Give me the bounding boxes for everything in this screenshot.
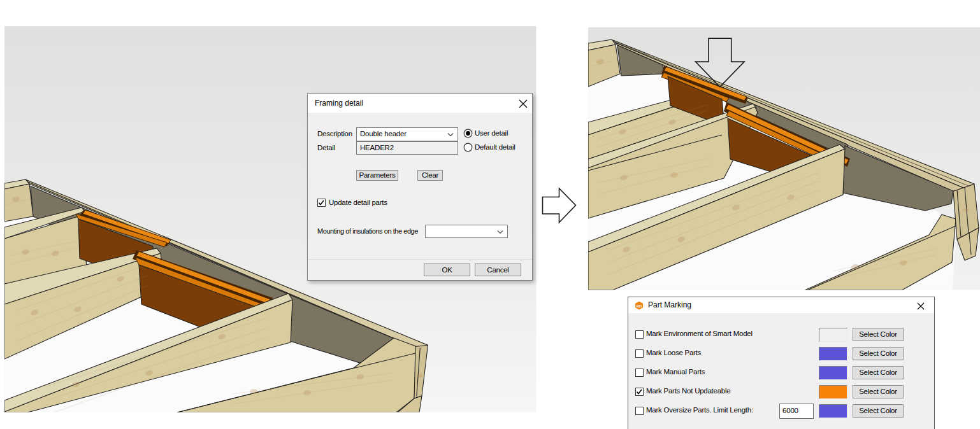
svg-text:BD: BD bbox=[637, 304, 642, 308]
